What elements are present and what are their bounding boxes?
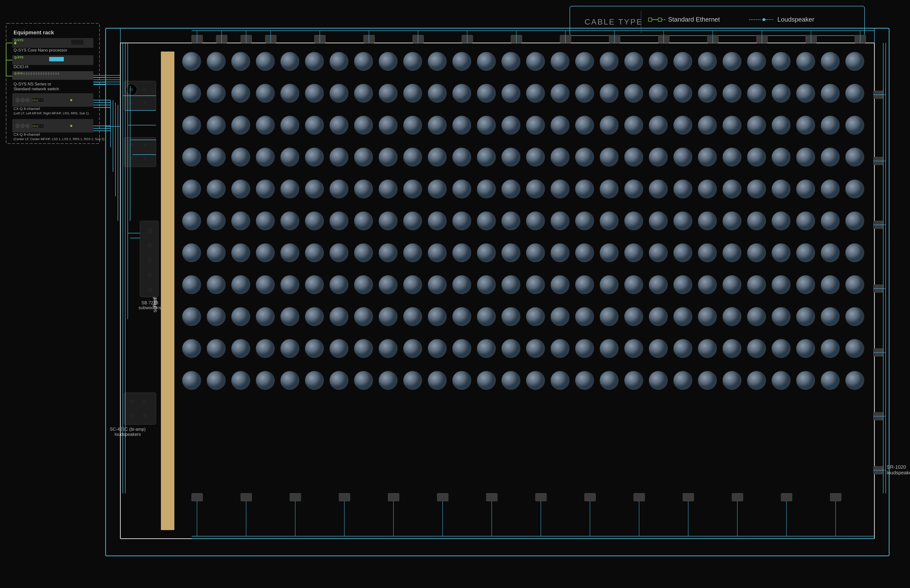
svg-point-401 — [379, 371, 397, 390]
svg-point-319 — [428, 275, 447, 294]
svg-point-81 — [126, 139, 137, 150]
svg-rect-28 — [31, 73, 32, 75]
svg-point-171 — [232, 116, 250, 134]
svg-point-85 — [126, 153, 137, 164]
svg-rect-443 — [486, 493, 497, 501]
svg-rect-423 — [241, 35, 252, 43]
svg-rect-38 — [55, 73, 57, 75]
svg-rect-36 — [50, 73, 52, 75]
svg-point-140 — [845, 52, 864, 71]
svg-point-181 — [477, 116, 495, 134]
svg-point-134 — [698, 52, 717, 71]
svg-rect-444 — [536, 493, 546, 501]
svg-point-133 — [674, 52, 692, 71]
svg-point-179 — [428, 116, 447, 134]
svg-point-86 — [130, 156, 133, 160]
svg-point-378 — [502, 339, 520, 358]
svg-point-183 — [526, 116, 545, 134]
svg-point-360 — [747, 307, 766, 326]
svg-point-208 — [452, 148, 471, 166]
svg-rect-455 — [873, 349, 883, 356]
svg-point-165 — [772, 84, 790, 103]
svg-text:Q-SYS Core Nano processor: Q-SYS Core Nano processor — [13, 48, 68, 53]
svg-point-109 — [143, 283, 157, 296]
svg-point-76 — [126, 98, 137, 108]
svg-point-83 — [139, 139, 150, 150]
svg-rect-16 — [14, 42, 16, 44]
svg-point-362 — [796, 307, 815, 326]
svg-rect-26 — [26, 73, 27, 75]
svg-point-93 — [143, 399, 147, 404]
svg-point-158 — [600, 84, 619, 103]
svg-point-341 — [280, 307, 299, 326]
svg-point-87 — [139, 153, 150, 164]
svg-point-330 — [698, 275, 717, 294]
svg-point-258 — [305, 212, 324, 230]
svg-point-409 — [575, 371, 594, 390]
svg-point-255 — [232, 212, 250, 230]
svg-point-257 — [280, 212, 299, 230]
svg-point-246 — [698, 179, 717, 198]
svg-point-322 — [502, 275, 520, 294]
svg-point-289 — [379, 244, 397, 262]
svg-point-411 — [624, 371, 643, 390]
svg-rect-23 — [12, 71, 93, 80]
svg-point-224 — [845, 148, 864, 166]
svg-point-174 — [305, 116, 324, 134]
svg-rect-448 — [732, 493, 743, 501]
svg-point-139 — [821, 52, 839, 71]
svg-rect-425 — [314, 35, 325, 43]
svg-point-170 — [207, 116, 225, 134]
svg-point-316 — [354, 275, 373, 294]
svg-point-353 — [575, 307, 594, 326]
svg-rect-32 — [40, 73, 42, 75]
svg-point-344 — [354, 307, 373, 326]
svg-point-296 — [551, 244, 569, 262]
svg-rect-435 — [806, 35, 817, 43]
svg-text:CX-Q: CX-Q — [32, 125, 38, 128]
svg-point-299 — [624, 244, 643, 262]
svg-rect-31 — [38, 73, 40, 75]
svg-point-384 — [649, 339, 667, 358]
svg-point-229 — [280, 179, 299, 198]
svg-point-166 — [796, 84, 815, 103]
svg-text:Q-SYS NS Series or: Q-SYS NS Series or — [13, 82, 51, 86]
svg-rect-453 — [873, 221, 883, 229]
svg-point-240 — [551, 179, 569, 198]
svg-point-321 — [477, 275, 495, 294]
svg-point-144 — [256, 84, 275, 103]
svg-point-348 — [452, 307, 471, 326]
svg-point-395 — [232, 371, 250, 390]
svg-point-225 — [182, 179, 201, 198]
svg-point-211 — [526, 148, 545, 166]
svg-point-333 — [772, 275, 790, 294]
svg-point-218 — [698, 148, 717, 166]
svg-text:Standard Ethernet: Standard Ethernet — [668, 16, 720, 23]
svg-point-332 — [747, 275, 766, 294]
svg-point-382 — [600, 339, 619, 358]
svg-point-326 — [600, 275, 619, 294]
svg-point-335 — [821, 275, 839, 294]
svg-point-354 — [600, 307, 619, 326]
svg-rect-449 — [781, 493, 792, 501]
svg-text:SC-423C (bi-amp): SC-423C (bi-amp) — [110, 427, 146, 432]
svg-rect-46 — [32, 98, 44, 103]
svg-point-210 — [502, 148, 520, 166]
svg-rect-424 — [265, 35, 276, 43]
svg-rect-445 — [585, 493, 596, 501]
svg-point-283 — [232, 244, 250, 262]
svg-point-407 — [526, 371, 545, 390]
svg-point-278 — [796, 212, 815, 230]
svg-point-286 — [305, 244, 324, 262]
svg-rect-450 — [830, 493, 841, 501]
svg-point-234 — [403, 179, 422, 198]
svg-rect-89 — [124, 393, 156, 425]
svg-point-281 — [182, 244, 201, 262]
svg-point-388 — [747, 339, 766, 358]
svg-point-273 — [674, 212, 692, 230]
svg-point-161 — [674, 84, 692, 103]
svg-rect-457 — [873, 466, 883, 474]
svg-point-120 — [354, 52, 373, 71]
svg-point-305 — [772, 244, 790, 262]
svg-point-43 — [16, 98, 19, 102]
